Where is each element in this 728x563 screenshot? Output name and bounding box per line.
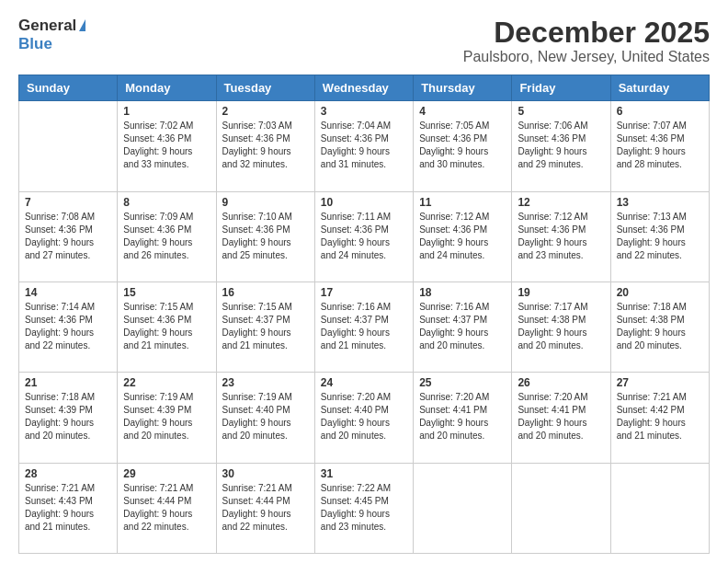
day-info: Sunrise: 7:21 AMSunset: 4:44 PMDaylight:… bbox=[123, 482, 210, 534]
table-row: 11Sunrise: 7:12 AMSunset: 4:36 PMDayligh… bbox=[414, 191, 512, 282]
logo-row: General bbox=[18, 17, 85, 35]
day-info: Sunrise: 7:06 AMSunset: 4:36 PMDaylight:… bbox=[518, 120, 604, 171]
day-info: Sunrise: 7:19 AMSunset: 4:40 PMDaylight:… bbox=[222, 391, 309, 442]
day-number: 18 bbox=[419, 286, 506, 299]
day-info: Sunrise: 7:18 AMSunset: 4:39 PMDaylight:… bbox=[25, 391, 111, 442]
col-tuesday: Tuesday bbox=[216, 75, 314, 101]
logo-row2: Blue bbox=[18, 35, 52, 53]
day-number: 31 bbox=[321, 467, 407, 480]
day-info: Sunrise: 7:15 AMSunset: 4:37 PMDaylight:… bbox=[222, 301, 309, 352]
table-row: 27Sunrise: 7:21 AMSunset: 4:42 PMDayligh… bbox=[610, 373, 709, 463]
title-block: December 2025 Paulsboro, New Jersey, Uni… bbox=[463, 17, 710, 65]
calendar-week-row: 7Sunrise: 7:08 AMSunset: 4:36 PMDaylight… bbox=[19, 191, 710, 282]
day-number: 30 bbox=[222, 467, 309, 480]
col-sunday: Sunday bbox=[19, 75, 118, 101]
page: General Blue December 2025 Paulsboro, Ne… bbox=[0, 0, 728, 563]
day-number: 21 bbox=[25, 376, 111, 389]
table-row: 2Sunrise: 7:03 AMSunset: 4:36 PMDaylight… bbox=[216, 101, 314, 191]
day-info: Sunrise: 7:14 AMSunset: 4:36 PMDaylight:… bbox=[25, 301, 111, 352]
table-row bbox=[414, 463, 512, 553]
day-info: Sunrise: 7:21 AMSunset: 4:43 PMDaylight:… bbox=[25, 482, 111, 534]
day-info: Sunrise: 7:07 AMSunset: 4:36 PMDaylight:… bbox=[617, 120, 703, 171]
table-row: 22Sunrise: 7:19 AMSunset: 4:39 PMDayligh… bbox=[118, 373, 216, 463]
table-row: 23Sunrise: 7:19 AMSunset: 4:40 PMDayligh… bbox=[216, 373, 314, 463]
col-wednesday: Wednesday bbox=[314, 75, 413, 101]
day-number: 5 bbox=[518, 105, 604, 118]
day-info: Sunrise: 7:17 AMSunset: 4:38 PMDaylight:… bbox=[518, 301, 604, 352]
day-info: Sunrise: 7:21 AMSunset: 4:42 PMDaylight:… bbox=[617, 391, 703, 442]
day-number: 12 bbox=[518, 196, 604, 209]
table-row: 28Sunrise: 7:21 AMSunset: 4:43 PMDayligh… bbox=[19, 463, 118, 553]
calendar-table: Sunday Monday Tuesday Wednesday Thursday… bbox=[18, 75, 710, 554]
calendar-header-row: Sunday Monday Tuesday Wednesday Thursday… bbox=[19, 75, 710, 101]
calendar-subtitle: Paulsboro, New Jersey, United States bbox=[463, 49, 710, 65]
day-info: Sunrise: 7:11 AMSunset: 4:36 PMDaylight:… bbox=[321, 211, 407, 262]
day-info: Sunrise: 7:05 AMSunset: 4:36 PMDaylight:… bbox=[419, 120, 506, 171]
day-info: Sunrise: 7:12 AMSunset: 4:36 PMDaylight:… bbox=[518, 211, 604, 262]
logo: General Blue bbox=[18, 17, 85, 53]
table-row: 19Sunrise: 7:17 AMSunset: 4:38 PMDayligh… bbox=[512, 282, 610, 372]
table-row: 13Sunrise: 7:13 AMSunset: 4:36 PMDayligh… bbox=[610, 191, 709, 282]
day-info: Sunrise: 7:20 AMSunset: 4:41 PMDaylight:… bbox=[518, 391, 604, 442]
calendar-week-row: 21Sunrise: 7:18 AMSunset: 4:39 PMDayligh… bbox=[19, 373, 710, 463]
table-row: 15Sunrise: 7:15 AMSunset: 4:36 PMDayligh… bbox=[118, 282, 216, 372]
table-row: 18Sunrise: 7:16 AMSunset: 4:37 PMDayligh… bbox=[414, 282, 512, 372]
table-row: 12Sunrise: 7:12 AMSunset: 4:36 PMDayligh… bbox=[512, 191, 610, 282]
table-row: 30Sunrise: 7:21 AMSunset: 4:44 PMDayligh… bbox=[216, 463, 314, 553]
day-number: 29 bbox=[123, 467, 210, 480]
day-info: Sunrise: 7:13 AMSunset: 4:36 PMDaylight:… bbox=[617, 211, 703, 262]
day-info: Sunrise: 7:02 AMSunset: 4:36 PMDaylight:… bbox=[123, 120, 210, 171]
day-info: Sunrise: 7:10 AMSunset: 4:36 PMDaylight:… bbox=[222, 211, 309, 262]
day-number: 4 bbox=[419, 105, 506, 118]
day-info: Sunrise: 7:15 AMSunset: 4:36 PMDaylight:… bbox=[123, 301, 210, 352]
calendar-week-row: 28Sunrise: 7:21 AMSunset: 4:43 PMDayligh… bbox=[19, 463, 710, 553]
col-thursday: Thursday bbox=[414, 75, 512, 101]
day-number: 16 bbox=[222, 286, 309, 299]
table-row: 9Sunrise: 7:10 AMSunset: 4:36 PMDaylight… bbox=[216, 191, 314, 282]
day-info: Sunrise: 7:20 AMSunset: 4:41 PMDaylight:… bbox=[419, 391, 506, 442]
table-row: 25Sunrise: 7:20 AMSunset: 4:41 PMDayligh… bbox=[414, 373, 512, 463]
logo-general: General bbox=[18, 17, 76, 35]
table-row: 8Sunrise: 7:09 AMSunset: 4:36 PMDaylight… bbox=[118, 191, 216, 282]
day-info: Sunrise: 7:21 AMSunset: 4:44 PMDaylight:… bbox=[222, 482, 309, 534]
table-row: 10Sunrise: 7:11 AMSunset: 4:36 PMDayligh… bbox=[314, 191, 413, 282]
table-row bbox=[610, 463, 709, 553]
day-number: 20 bbox=[617, 286, 703, 299]
day-number: 2 bbox=[222, 105, 309, 118]
calendar-week-row: 1Sunrise: 7:02 AMSunset: 4:36 PMDaylight… bbox=[19, 101, 710, 191]
day-number: 24 bbox=[321, 376, 407, 389]
calendar-week-row: 14Sunrise: 7:14 AMSunset: 4:36 PMDayligh… bbox=[19, 282, 710, 372]
day-number: 28 bbox=[25, 467, 111, 480]
table-row bbox=[19, 101, 118, 191]
day-info: Sunrise: 7:12 AMSunset: 4:36 PMDaylight:… bbox=[419, 211, 506, 262]
day-info: Sunrise: 7:22 AMSunset: 4:45 PMDaylight:… bbox=[321, 482, 407, 534]
table-row: 5Sunrise: 7:06 AMSunset: 4:36 PMDaylight… bbox=[512, 101, 610, 191]
day-info: Sunrise: 7:20 AMSunset: 4:40 PMDaylight:… bbox=[321, 391, 407, 442]
day-number: 7 bbox=[25, 196, 111, 209]
day-info: Sunrise: 7:16 AMSunset: 4:37 PMDaylight:… bbox=[419, 301, 506, 352]
table-row: 24Sunrise: 7:20 AMSunset: 4:40 PMDayligh… bbox=[314, 373, 413, 463]
col-friday: Friday bbox=[512, 75, 610, 101]
day-info: Sunrise: 7:03 AMSunset: 4:36 PMDaylight:… bbox=[222, 120, 309, 171]
day-number: 22 bbox=[123, 376, 210, 389]
calendar-title: December 2025 bbox=[463, 17, 710, 49]
table-row: 6Sunrise: 7:07 AMSunset: 4:36 PMDaylight… bbox=[610, 101, 709, 191]
day-info: Sunrise: 7:04 AMSunset: 4:36 PMDaylight:… bbox=[321, 120, 407, 171]
day-number: 27 bbox=[617, 376, 703, 389]
table-row: 29Sunrise: 7:21 AMSunset: 4:44 PMDayligh… bbox=[118, 463, 216, 553]
col-saturday: Saturday bbox=[610, 75, 709, 101]
table-row: 16Sunrise: 7:15 AMSunset: 4:37 PMDayligh… bbox=[216, 282, 314, 372]
logo-blue: Blue bbox=[18, 35, 52, 52]
day-number: 3 bbox=[321, 105, 407, 118]
table-row: 1Sunrise: 7:02 AMSunset: 4:36 PMDaylight… bbox=[118, 101, 216, 191]
day-info: Sunrise: 7:19 AMSunset: 4:39 PMDaylight:… bbox=[123, 391, 210, 442]
day-number: 19 bbox=[518, 286, 604, 299]
day-number: 26 bbox=[518, 376, 604, 389]
day-number: 14 bbox=[25, 286, 111, 299]
table-row bbox=[512, 463, 610, 553]
day-number: 15 bbox=[123, 286, 210, 299]
table-row: 14Sunrise: 7:14 AMSunset: 4:36 PMDayligh… bbox=[19, 282, 118, 372]
table-row: 3Sunrise: 7:04 AMSunset: 4:36 PMDaylight… bbox=[314, 101, 413, 191]
day-number: 23 bbox=[222, 376, 309, 389]
day-number: 6 bbox=[617, 105, 703, 118]
